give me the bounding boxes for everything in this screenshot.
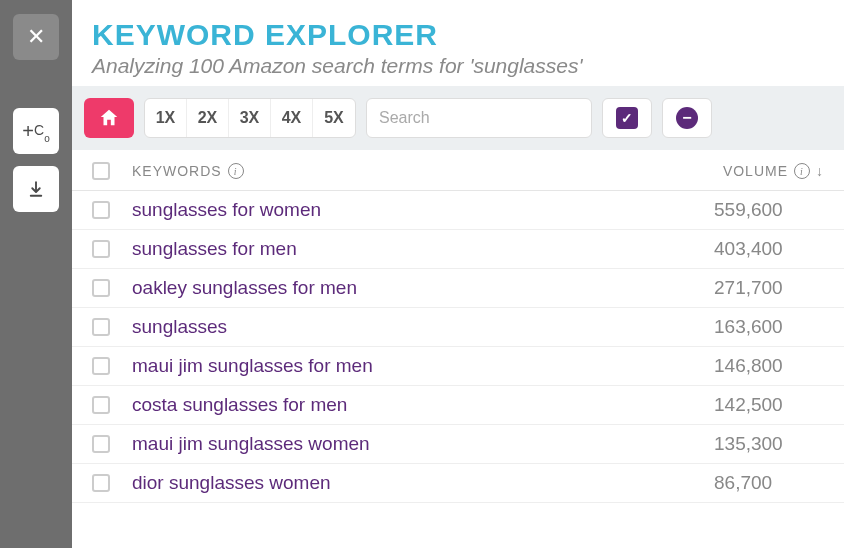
row-checkbox-cell bbox=[92, 318, 132, 336]
close-button[interactable]: ✕ bbox=[13, 14, 59, 60]
minus-icon: − bbox=[676, 107, 698, 129]
row-checkbox[interactable] bbox=[92, 396, 110, 414]
select-all-checkbox[interactable] bbox=[92, 162, 110, 180]
keyword-cell[interactable]: maui jim sunglasses for men bbox=[132, 355, 714, 377]
volume-header-label: VOLUME bbox=[723, 163, 788, 179]
volume-cell: 86,700 bbox=[714, 472, 824, 494]
table-row: sunglasses for men403,400 bbox=[72, 230, 844, 269]
keyword-cell[interactable]: oakley sunglasses for men bbox=[132, 277, 714, 299]
volume-cell: 146,800 bbox=[714, 355, 824, 377]
download-icon bbox=[27, 180, 45, 198]
column-header-volume[interactable]: VOLUME i ↓ bbox=[723, 163, 824, 179]
table-body: sunglasses for women559,600sunglasses fo… bbox=[72, 191, 844, 503]
info-icon[interactable]: i bbox=[228, 163, 244, 179]
keyword-cell[interactable]: sunglasses for men bbox=[132, 238, 714, 260]
volume-cell: 559,600 bbox=[714, 199, 824, 221]
row-checkbox-cell bbox=[92, 201, 132, 219]
page-title: KEYWORD EXPLORER bbox=[92, 18, 824, 52]
row-checkbox-cell bbox=[92, 357, 132, 375]
keyword-cell[interactable]: sunglasses for women bbox=[132, 199, 714, 221]
table-row: sunglasses163,600 bbox=[72, 308, 844, 347]
keywords-header-label: KEYWORDS bbox=[132, 163, 222, 179]
page-subtitle: Analyzing 100 Amazon search terms for 's… bbox=[92, 54, 824, 78]
co-label: Co bbox=[34, 122, 50, 141]
main-panel: KEYWORD EXPLORER Analyzing 100 Amazon se… bbox=[72, 0, 844, 548]
add-co-button[interactable]: +Co bbox=[13, 108, 59, 154]
header: KEYWORD EXPLORER Analyzing 100 Amazon se… bbox=[72, 0, 844, 86]
volume-cell: 135,300 bbox=[714, 433, 824, 455]
row-checkbox[interactable] bbox=[92, 201, 110, 219]
deselect-button[interactable]: − bbox=[662, 98, 712, 138]
info-icon[interactable]: i bbox=[794, 163, 810, 179]
plus-icon: + bbox=[22, 120, 34, 143]
header-checkbox-cell bbox=[92, 162, 132, 180]
download-button[interactable] bbox=[13, 166, 59, 212]
search-input[interactable] bbox=[366, 98, 592, 138]
volume-cell: 403,400 bbox=[714, 238, 824, 260]
check-icon: ✓ bbox=[616, 107, 638, 129]
row-checkbox[interactable] bbox=[92, 240, 110, 258]
row-checkbox[interactable] bbox=[92, 318, 110, 336]
multiplier-4x[interactable]: 4X bbox=[271, 99, 313, 137]
keyword-cell[interactable]: costa sunglasses for men bbox=[132, 394, 714, 416]
volume-cell: 271,700 bbox=[714, 277, 824, 299]
table-header: KEYWORDS i VOLUME i ↓ bbox=[72, 150, 844, 191]
table-row: maui jim sunglasses for men146,800 bbox=[72, 347, 844, 386]
toolbar: 1X 2X 3X 4X 5X ✓ − bbox=[72, 86, 844, 150]
table-row: dior sunglasses women86,700 bbox=[72, 464, 844, 503]
sidebar: ✕ +Co bbox=[0, 0, 72, 548]
keyword-cell[interactable]: dior sunglasses women bbox=[132, 472, 714, 494]
row-checkbox-cell bbox=[92, 240, 132, 258]
select-all-button[interactable]: ✓ bbox=[602, 98, 652, 138]
home-button[interactable] bbox=[84, 98, 134, 138]
multiplier-5x[interactable]: 5X bbox=[313, 99, 355, 137]
table-row: sunglasses for women559,600 bbox=[72, 191, 844, 230]
keyword-cell[interactable]: maui jim sunglasses women bbox=[132, 433, 714, 455]
column-header-keywords[interactable]: KEYWORDS i bbox=[132, 163, 723, 179]
multiplier-group: 1X 2X 3X 4X 5X bbox=[144, 98, 356, 138]
volume-cell: 163,600 bbox=[714, 316, 824, 338]
row-checkbox[interactable] bbox=[92, 279, 110, 297]
row-checkbox-cell bbox=[92, 435, 132, 453]
keyword-cell[interactable]: sunglasses bbox=[132, 316, 714, 338]
table-row: costa sunglasses for men142,500 bbox=[72, 386, 844, 425]
table-row: maui jim sunglasses women135,300 bbox=[72, 425, 844, 464]
home-icon bbox=[98, 107, 120, 129]
multiplier-3x[interactable]: 3X bbox=[229, 99, 271, 137]
row-checkbox[interactable] bbox=[92, 474, 110, 492]
close-icon: ✕ bbox=[27, 24, 45, 50]
multiplier-2x[interactable]: 2X bbox=[187, 99, 229, 137]
row-checkbox-cell bbox=[92, 396, 132, 414]
row-checkbox-cell bbox=[92, 474, 132, 492]
row-checkbox[interactable] bbox=[92, 357, 110, 375]
table-row: oakley sunglasses for men271,700 bbox=[72, 269, 844, 308]
volume-cell: 142,500 bbox=[714, 394, 824, 416]
row-checkbox[interactable] bbox=[92, 435, 110, 453]
sort-desc-icon: ↓ bbox=[816, 163, 824, 179]
multiplier-1x[interactable]: 1X bbox=[145, 99, 187, 137]
row-checkbox-cell bbox=[92, 279, 132, 297]
